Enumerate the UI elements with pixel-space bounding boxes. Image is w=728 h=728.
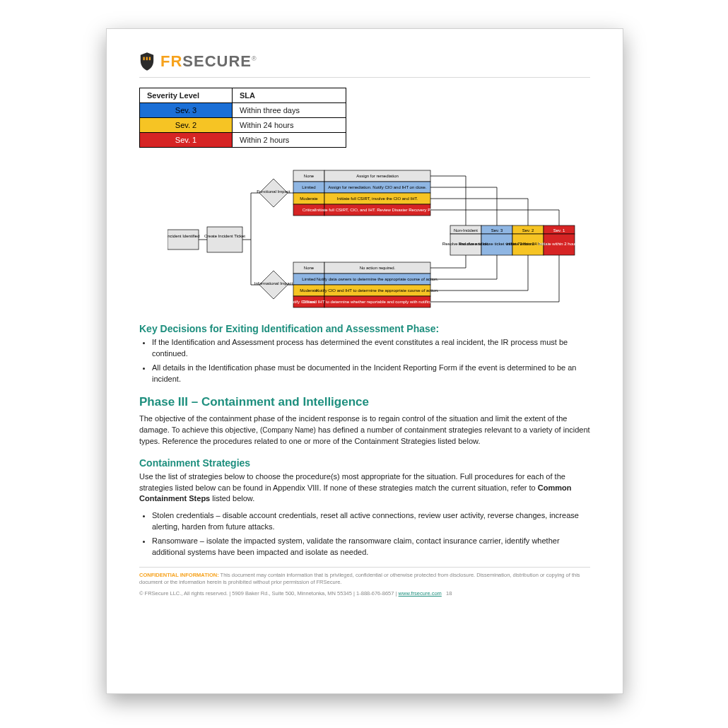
heading-containment: Containment Strategies bbox=[139, 457, 590, 469]
svg-text:Notify CIO and IHT to determin: Notify CIO and IHT to determine the appr… bbox=[316, 288, 439, 293]
svg-text:Initiate within 2 hours.: Initiate within 2 hours. bbox=[539, 242, 577, 246]
svg-rect-5 bbox=[207, 227, 242, 252]
svg-rect-1 bbox=[146, 57, 148, 61]
svg-text:Initiate full CSIRT, involve t: Initiate full CSIRT, involve the CIO and… bbox=[337, 196, 418, 201]
svg-text:Limited: Limited bbox=[302, 277, 315, 281]
svg-text:None: None bbox=[304, 174, 315, 178]
heading-key-decisions: Key Decisions for Exiting Identification… bbox=[139, 323, 590, 334]
svg-text:Functional Impact: Functional Impact bbox=[257, 189, 290, 194]
workflow-diagram: Incident Identified Create Incident Tick… bbox=[168, 165, 590, 313]
svg-rect-3 bbox=[168, 230, 199, 249]
svg-text:Non-Incident: Non-Incident bbox=[454, 228, 478, 233]
svg-text:Notify data owners to determin: Notify data owners to determine the appr… bbox=[317, 277, 439, 281]
sev-header-level: Severity Level bbox=[140, 88, 233, 103]
svg-text:Assign for remediation: Assign for remediation bbox=[356, 174, 399, 178]
containment-list: Stolen credentials – disable account cre… bbox=[152, 510, 590, 558]
svg-text:Sev. 1: Sev. 1 bbox=[553, 228, 565, 233]
page-number: 18 bbox=[446, 590, 452, 597]
footer-rule bbox=[139, 567, 590, 568]
list-item: Stolen credentials – disable account cre… bbox=[152, 510, 590, 533]
svg-text:Initiate full CSIRT, CIO, and : Initiate full CSIRT, CIO, and IHT. Revie… bbox=[315, 208, 440, 212]
sev-row-1: Sev. 1 Within 2 hours bbox=[140, 133, 346, 148]
phase3-paragraph: The objective of the containment phase o… bbox=[139, 413, 590, 447]
document-page: FRSECURE® Severity Level SLA Sev. 3 With… bbox=[106, 28, 623, 694]
key-decisions-list: If the Identification and Assessment pro… bbox=[152, 337, 590, 385]
svg-text:Sev. 2: Sev. 2 bbox=[522, 228, 534, 233]
sev-header-sla: SLA bbox=[233, 88, 346, 103]
copyright-line: © FRSecure LLC., All rights reserved. | … bbox=[139, 590, 590, 597]
confidential-notice: CONFIDENTIAL INFORMATION: This document … bbox=[139, 572, 590, 586]
list-item: All details in the Identification phase … bbox=[152, 363, 590, 385]
containment-paragraph: Use the list of strategies below to choo… bbox=[139, 471, 590, 505]
svg-rect-0 bbox=[143, 57, 145, 61]
heading-phase3: Phase III – Containment and Intelligence bbox=[139, 395, 590, 409]
brand-logo: FRSECURE® bbox=[139, 52, 590, 71]
svg-text:Create Incident Ticket: Create Incident Ticket bbox=[204, 234, 245, 238]
svg-text:Critical: Critical bbox=[303, 208, 315, 212]
footer-link[interactable]: www.frsecure.com bbox=[399, 590, 442, 597]
svg-text:Moderate: Moderate bbox=[300, 196, 318, 201]
list-item: If the Identification and Assessment pro… bbox=[152, 337, 590, 360]
svg-text:No action required.: No action required. bbox=[360, 266, 396, 270]
svg-text:None: None bbox=[304, 266, 315, 270]
shield-icon bbox=[139, 52, 155, 71]
sev-row-3: Sev. 3 Within three days bbox=[140, 103, 346, 118]
header-rule bbox=[139, 77, 590, 78]
svg-text:Assign for remediation. Notify: Assign for remediation. Notify CIO and I… bbox=[328, 185, 427, 189]
sev-row-2: Sev. 2 Within 24 hours bbox=[140, 118, 346, 133]
list-item: Ransomware – isolate the impacted system… bbox=[152, 536, 590, 558]
severity-table: Severity Level SLA Sev. 3 Within three d… bbox=[139, 88, 346, 148]
brand-text: FRSECURE® bbox=[160, 52, 257, 71]
svg-text:Limited: Limited bbox=[302, 185, 315, 189]
svg-text:Sev. 3: Sev. 3 bbox=[491, 228, 503, 233]
svg-rect-2 bbox=[149, 57, 151, 61]
svg-text:Informational Impact: Informational Impact bbox=[254, 281, 293, 286]
svg-text:Incident Identified: Incident Identified bbox=[168, 234, 200, 238]
